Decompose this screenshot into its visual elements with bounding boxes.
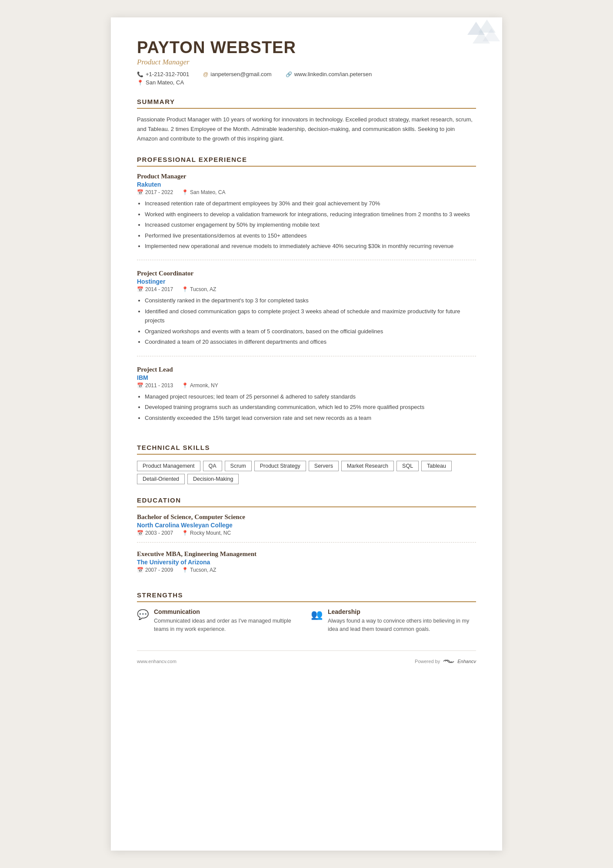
job-location-3: 📍 Armonk, NY bbox=[182, 382, 218, 389]
degree-1: Bachelor of Science, Computer Science bbox=[137, 513, 476, 521]
job-location-2: 📍 Tucson, AZ bbox=[182, 286, 216, 292]
skill-1: QA bbox=[203, 461, 222, 471]
svg-marker-1 bbox=[478, 20, 496, 33]
strength-content-1: Communication Communicated ideas and ord… bbox=[154, 608, 302, 633]
header: PAYTON WEBSTER Product Manager 📞 +1-212-… bbox=[137, 38, 476, 86]
strength-item-2: 👥 Leadership Always found a way to convi… bbox=[311, 608, 476, 633]
education-section: EDUCATION Bachelor of Science, Computer … bbox=[137, 496, 476, 579]
leadership-icon: 👥 bbox=[311, 609, 323, 620]
calendar-icon-edu-2: 📅 bbox=[137, 567, 143, 573]
website-value: www.linkedin.com/ian.petersen bbox=[294, 71, 372, 77]
deco-triangles bbox=[450, 17, 502, 52]
phone-icon: 📞 bbox=[137, 71, 143, 77]
bullet-3-3: Consistently exceeded the 15% target lea… bbox=[145, 413, 476, 422]
job-block-2: Project Coordinator Hostinger 📅 2014 - 2… bbox=[137, 270, 476, 356]
edu-years-1: 📅 2003 - 2007 bbox=[137, 530, 173, 536]
job-block-3: Project Lead IBM 📅 2011 - 2013 📍 Armonk,… bbox=[137, 366, 476, 432]
bullet-1-4: Performed live presentations/demos at ev… bbox=[145, 231, 476, 240]
experience-section: PROFESSIONAL EXPERIENCE Product Manager … bbox=[137, 156, 476, 432]
bullet-3-1: Managed project resources; led team of 2… bbox=[145, 392, 476, 401]
job-years-1: 📅 2017 - 2022 bbox=[137, 189, 173, 195]
strength-item-1: 💬 Communication Communicated ideas and o… bbox=[137, 608, 302, 633]
strengths-grid: 💬 Communication Communicated ideas and o… bbox=[137, 608, 476, 633]
bullet-1-3: Increased customer engagement by 50% by … bbox=[145, 220, 476, 229]
contact-row-2: 📍 San Mateo, CA bbox=[137, 79, 476, 86]
job-meta-3: 📅 2011 - 2013 📍 Armonk, NY bbox=[137, 382, 476, 389]
skill-3: Product Strategy bbox=[254, 461, 306, 471]
bullet-3-2: Developed training programs such as unde… bbox=[145, 402, 476, 412]
communication-icon: 💬 bbox=[137, 609, 149, 620]
job-bullets-3: Managed project resources; led team of 2… bbox=[137, 392, 476, 422]
skill-5: Market Research bbox=[341, 461, 394, 471]
link-icon: 🔗 bbox=[286, 71, 292, 77]
bullet-2-4: Coordinated a team of 20 associates in d… bbox=[145, 337, 476, 346]
summary-title: SUMMARY bbox=[137, 98, 476, 109]
company-1: Rakuten bbox=[137, 181, 476, 188]
strength-content-2: Leadership Always found a way to convinc… bbox=[328, 608, 476, 633]
school-1: North Carolina Wesleyan College bbox=[137, 522, 476, 529]
skill-0: Product Management bbox=[137, 461, 200, 471]
calendar-icon-1: 📅 bbox=[137, 189, 143, 195]
company-3: IBM bbox=[137, 374, 476, 381]
skill-7: Tableau bbox=[421, 461, 452, 471]
bullet-2-3: Organized workshops and events with a te… bbox=[145, 327, 476, 336]
location-item: 📍 San Mateo, CA bbox=[137, 79, 184, 86]
job-years-3: 📅 2011 - 2013 bbox=[137, 382, 173, 389]
strength-title-1: Communication bbox=[154, 608, 302, 615]
skill-6: SQL bbox=[396, 461, 419, 471]
skills-title: TECHNICAL SKILLS bbox=[137, 444, 476, 455]
calendar-icon-2: 📅 bbox=[137, 286, 143, 292]
powered-by-text: Powered by bbox=[415, 659, 440, 664]
footer-brand: Powered by Enhancv bbox=[415, 658, 476, 665]
location-value: San Mateo, CA bbox=[146, 79, 184, 86]
location-icon: 📍 bbox=[137, 80, 143, 86]
job-title-1: Product Manager bbox=[137, 173, 476, 180]
bullet-1-5: Implemented new operational and revenue … bbox=[145, 241, 476, 251]
email-item: @ ianpetersen@gmail.com bbox=[203, 71, 272, 77]
calendar-icon-edu-1: 📅 bbox=[137, 530, 143, 536]
job-title-2: Project Coordinator bbox=[137, 270, 476, 277]
bullet-2-1: Consistently ranked in the department's … bbox=[145, 296, 476, 305]
strengths-section: STRENGTHS 💬 Communication Communicated i… bbox=[137, 591, 476, 633]
candidate-title: Product Manager bbox=[137, 58, 476, 67]
edu-meta-2: 📅 2007 - 2009 📍 Tucson, AZ bbox=[137, 567, 476, 573]
experience-title: PROFESSIONAL EXPERIENCE bbox=[137, 156, 476, 167]
job-bullets-1: Increased retention rate of department e… bbox=[137, 199, 476, 251]
school-2: The University of Arizona bbox=[137, 559, 476, 566]
email-icon: @ bbox=[203, 71, 208, 77]
edu-location-2: 📍 Tucson, AZ bbox=[182, 567, 216, 573]
resume-page: PAYTON WEBSTER Product Manager 📞 +1-212-… bbox=[111, 17, 502, 851]
summary-section: SUMMARY Passionate Product Manager with … bbox=[137, 98, 476, 144]
skill-2: Scrum bbox=[225, 461, 252, 471]
phone-item: 📞 +1-212-312-7001 bbox=[137, 71, 189, 77]
job-title-3: Project Lead bbox=[137, 366, 476, 373]
pin-icon-2: 📍 bbox=[182, 286, 188, 292]
calendar-icon-3: 📅 bbox=[137, 382, 143, 389]
company-2: Hostinger bbox=[137, 278, 476, 285]
edu-meta-1: 📅 2003 - 2007 📍 Rocky Mount, NC bbox=[137, 530, 476, 536]
strength-desc-2: Always found a way to convince others in… bbox=[328, 617, 476, 633]
enhancv-logo-icon bbox=[443, 658, 455, 665]
edu-block-1: Bachelor of Science, Computer Science No… bbox=[137, 513, 476, 543]
job-bullets-2: Consistently ranked in the department's … bbox=[137, 296, 476, 346]
job-years-2: 📅 2014 - 2017 bbox=[137, 286, 173, 292]
contact-row-1: 📞 +1-212-312-7001 @ ianpetersen@gmail.co… bbox=[137, 71, 476, 77]
pin-icon-1: 📍 bbox=[182, 189, 188, 195]
strength-title-2: Leadership bbox=[328, 608, 476, 615]
footer: www.enhancv.com Powered by Enhancv bbox=[137, 650, 476, 665]
edu-block-2: Executive MBA, Engineering Management Th… bbox=[137, 550, 476, 579]
brand-name: Enhancv bbox=[457, 659, 476, 664]
footer-left: www.enhancv.com bbox=[137, 659, 177, 664]
bullet-1-2: Worked with engineers to develop a valid… bbox=[145, 210, 476, 219]
candidate-name: PAYTON WEBSTER bbox=[137, 38, 476, 57]
phone-value: +1-212-312-7001 bbox=[146, 71, 189, 77]
job-block-1: Product Manager Rakuten 📅 2017 - 2022 📍 … bbox=[137, 173, 476, 260]
strengths-title: STRENGTHS bbox=[137, 591, 476, 602]
skill-8: Detail-Oriented bbox=[137, 474, 185, 484]
job-location-1: 📍 San Mateo, CA bbox=[182, 189, 225, 195]
skill-9: Decision-Making bbox=[187, 474, 239, 484]
education-title: EDUCATION bbox=[137, 496, 476, 507]
skills-section: TECHNICAL SKILLS Product Management QA S… bbox=[137, 444, 476, 484]
pin-icon-edu-1: 📍 bbox=[182, 530, 188, 536]
strength-desc-1: Communicated ideas and order as I've man… bbox=[154, 617, 302, 633]
